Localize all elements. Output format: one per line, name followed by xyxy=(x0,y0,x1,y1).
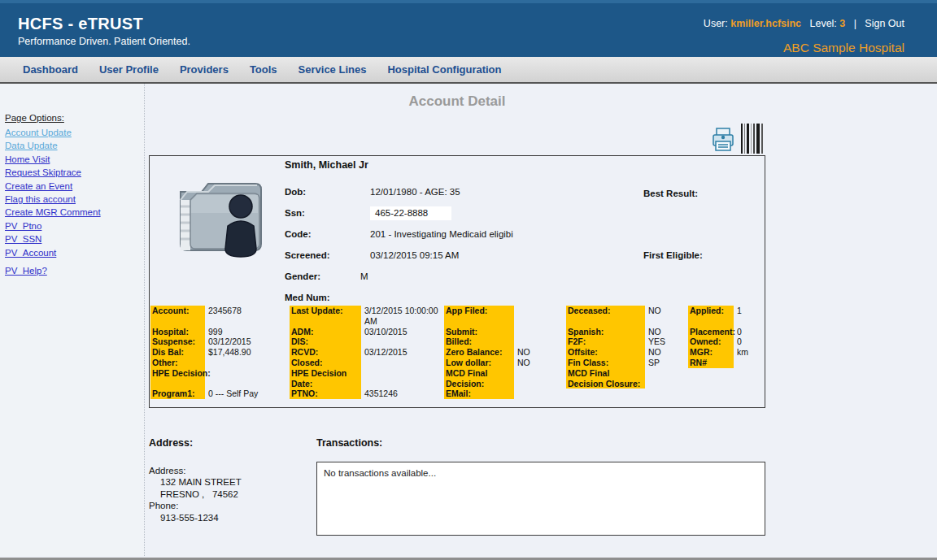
sidebar-link-pv-ssn[interactable]: PV_SSN xyxy=(5,232,144,245)
barcode-icon[interactable] xyxy=(741,124,764,154)
grid-label-mcd-final: MCD Final xyxy=(568,368,645,379)
transactions-section: Transactions: No transactions available.… xyxy=(316,437,765,536)
grid-value-billed xyxy=(517,336,530,347)
field-row-gender: Gender:M xyxy=(285,271,634,293)
grid-label-deceased: Deceased: xyxy=(568,306,645,316)
level-label: Level: xyxy=(801,18,839,29)
field-row-ssn: Ssn:465-22-8888 xyxy=(285,208,634,229)
grid-label-offsite: Offsite: xyxy=(568,347,645,358)
grid-label-rn: RN# xyxy=(690,358,734,368)
grid-label-fin-class: Fin Class: xyxy=(568,358,645,368)
sidebar-link-create-mgr-comment[interactable]: Create MGR Comment xyxy=(5,206,144,219)
sidebar-link-data-update[interactable]: Data Update xyxy=(5,139,144,152)
nav-item-dashboard[interactable]: Dashboard xyxy=(23,63,78,76)
grid-value-applied: 1 xyxy=(737,306,748,316)
username: kmiller.hcfsinc xyxy=(730,18,801,29)
grid-label-decision-closure: Decision Closure: xyxy=(568,379,645,389)
grid-label-last-update: Last Update: xyxy=(291,306,361,316)
grid-value-date xyxy=(364,379,438,389)
grid-label-adm: ADM: xyxy=(291,327,361,337)
nav-item-providers[interactable]: Providers xyxy=(180,63,229,76)
grid-value-deceased: NO xyxy=(648,306,665,316)
grid-value-placement: 0 xyxy=(737,327,748,337)
grid-value-suspense: 03/12/2015 xyxy=(208,336,258,347)
brand: HCFS - eTRUST Performance Driven. Patien… xyxy=(18,15,190,47)
field-value-dob: 12/01/1980 - AGE: 35 xyxy=(370,187,460,197)
sidebar-link-account-update[interactable]: Account Update xyxy=(5,126,144,139)
grid-value-mcd-final xyxy=(517,368,530,379)
grid-value-fin-class: SP xyxy=(648,358,665,368)
field-row-code: Code:201 - Investigating Medicaid eligib… xyxy=(285,229,634,250)
grid-label-spacer xyxy=(446,316,514,327)
sidebar-link-pv-ptno[interactable]: PV_Ptno xyxy=(5,219,144,232)
sidebar-link-pv-help[interactable]: PV_Help? xyxy=(5,264,144,277)
address-section: Address: Address:132 MAIN STREETFRESNO ,… xyxy=(149,437,316,536)
grid-label-spacer xyxy=(690,316,734,327)
hospital-name: ABC Sample Hospital xyxy=(783,41,904,55)
grid-value-last-update: 3/12/2015 10:00:00 xyxy=(364,306,438,316)
grid-value-decision xyxy=(517,379,530,389)
grid-value-spacer: AM xyxy=(364,316,438,327)
grid-labels-5: Applied: Placement:Owned:MGR:RN# xyxy=(688,306,734,368)
grid-column-3: App Filed: Submit:Billed:Zero Balance:Lo… xyxy=(444,306,530,399)
grid-value-f2f: YES xyxy=(648,336,665,347)
grid-value-hpe-decision xyxy=(208,368,258,379)
action-icons xyxy=(149,121,765,154)
grid-label-suspense: Suspense: xyxy=(152,336,205,347)
transactions-heading: Transactions: xyxy=(316,437,765,449)
best-result-label: Best Result: xyxy=(643,189,698,198)
patient-name: Smith, Michael Jr xyxy=(285,159,368,171)
grid-value-rcvd: 03/12/2015 xyxy=(364,347,438,358)
field-value-screened: 03/12/2015 09:15 AM xyxy=(370,250,459,260)
user-label: User: xyxy=(704,18,730,29)
nav-item-user-profile[interactable]: User Profile xyxy=(99,63,159,76)
grid-label-closed: Closed: xyxy=(291,358,361,368)
field-label-screened: Screened: xyxy=(285,250,370,260)
account-detail-box: Smith, Michael Jr Dob:12/01/1980 - AGE: … xyxy=(149,155,765,408)
sign-out-link[interactable]: Sign Out xyxy=(865,18,904,29)
grid-values-5: 1 00km xyxy=(734,306,748,368)
grid-column-1: Account: Hospital:Suspense:Dis Bal:Other… xyxy=(150,306,258,399)
nav-item-hospital-configuration[interactable]: Hospital Configuration xyxy=(387,63,501,76)
grid-label-email: EMail: xyxy=(446,389,514,399)
field-value-gender: M xyxy=(360,271,368,281)
field-value-ssn[interactable]: 465-22-8888 xyxy=(370,206,451,220)
nav-item-tools[interactable]: Tools xyxy=(250,63,277,76)
grid-label-spacer xyxy=(152,316,205,327)
grid-value-offsite: NO xyxy=(648,347,665,358)
grid-value-other xyxy=(208,358,258,368)
sidebar-link-create-an-event[interactable]: Create an Event xyxy=(5,180,144,193)
main-content: Account Detail xyxy=(149,84,765,556)
grid-label-placement: Placement: xyxy=(690,327,734,337)
main-nav: DashboardUser ProfileProvidersToolsServi… xyxy=(0,57,937,84)
grid-values-3: NONO xyxy=(514,306,530,399)
grid-value-spacer xyxy=(517,316,530,327)
grid-value-decision-closure xyxy=(648,379,665,389)
grid-label-program1: Program1: xyxy=(152,389,205,399)
grid-value-spacer xyxy=(737,316,748,327)
grid-labels-1: Account: Hospital:Suspense:Dis Bal:Other… xyxy=(150,306,205,399)
nav-item-service-lines[interactable]: Service Lines xyxy=(299,63,367,76)
grid-value-closed xyxy=(364,358,438,368)
transactions-empty-message: No transactions available... xyxy=(324,468,758,478)
grid-label-rcvd: RCVD: xyxy=(291,347,361,358)
printer-icon[interactable] xyxy=(711,128,735,154)
page-options-heading: Page Options: xyxy=(5,113,144,123)
field-label-gender: Gender: xyxy=(285,271,360,281)
sidebar-link-home-visit[interactable]: Home Visit xyxy=(5,153,144,166)
sidebar-link-request-skiptrace[interactable]: Request Skiptrace xyxy=(5,166,144,179)
sidebar-link-flag-this-account[interactable]: Flag this account xyxy=(5,193,144,206)
page-title: Account Detail xyxy=(149,93,765,110)
sidebar-link-pv-account[interactable]: PV_Account xyxy=(5,246,144,259)
grid-column-5: Applied: Placement:Owned:MGR:RN#1 00km xyxy=(688,306,748,368)
grid-label-low-dollar: Low dollar: xyxy=(446,358,514,368)
grid-label-dis: DIS: xyxy=(291,336,361,347)
field-label-code: Code: xyxy=(285,229,370,239)
grid-label-f2f: F2F: xyxy=(568,336,645,347)
grid-label-dis-bal: Dis Bal: xyxy=(152,347,205,358)
grid-labels-4: Deceased: Spanish:F2F:Offsite:Fin Class:… xyxy=(566,306,645,389)
app-title: HCFS - eTRUST xyxy=(18,15,190,33)
field-label-ssn: Ssn: xyxy=(285,208,370,218)
grid-label-zero-balance: Zero Balance: xyxy=(446,347,514,358)
grid-label-spanish: Spanish: xyxy=(568,327,645,337)
